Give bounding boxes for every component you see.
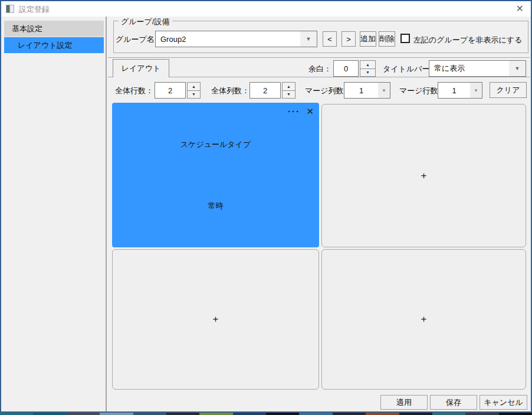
- sidebar-item-label: 基本設定: [12, 24, 42, 34]
- app-window-icon: [6, 5, 14, 13]
- group-name-combobox[interactable]: Group2 ▼: [155, 31, 317, 47]
- close-window-icon[interactable]: ✕: [516, 3, 524, 14]
- spin-up-icon[interactable]: ▲: [282, 82, 295, 91]
- hide-group-checkbox[interactable]: [400, 34, 410, 43]
- group-add-button[interactable]: 追加: [360, 31, 376, 47]
- clear-button[interactable]: クリア: [490, 82, 527, 98]
- groupbox-label: グループ/設備: [119, 17, 172, 27]
- total-cols-stepper: ▲ ▼: [282, 82, 295, 99]
- margin-stepper: ▲ ▼: [360, 60, 376, 77]
- cell-schedule-value-text: 常時: [112, 201, 319, 211]
- chevron-down-icon[interactable]: ▼: [470, 83, 482, 98]
- merge-rows-combobox[interactable]: 1 ▼: [438, 82, 482, 99]
- group-next-button[interactable]: >: [341, 31, 356, 47]
- grid-cell-empty-top-right[interactable]: +: [321, 104, 526, 247]
- add-content-icon[interactable]: +: [113, 250, 318, 389]
- spin-up-icon[interactable]: ▲: [187, 82, 201, 91]
- group-delete-button[interactable]: 削除: [379, 31, 395, 47]
- app-icon-pane: [9, 5, 14, 12]
- add-content-icon[interactable]: +: [322, 250, 526, 389]
- apply-button[interactable]: 適用: [380, 395, 428, 410]
- spin-down-icon[interactable]: ▼: [187, 91, 201, 99]
- spin-up-icon[interactable]: ▲: [360, 60, 376, 69]
- grid-cell-active[interactable]: ··· ✕ スケジュールタイプ 常時: [112, 103, 319, 247]
- save-button[interactable]: 保存: [430, 395, 477, 410]
- cell-schedule-type-text: スケジュールタイプ: [112, 139, 319, 150]
- merge-rows-value: 1: [438, 86, 470, 95]
- margin-label: 余白：: [308, 64, 331, 74]
- add-content-icon[interactable]: +: [322, 104, 526, 247]
- merge-cols-value: 1: [344, 86, 378, 95]
- hide-group-checkbox-label: 左記のグループを非表示にする: [413, 35, 522, 45]
- tab-layout-label: レイアウト: [121, 63, 161, 74]
- titlebar-mode-value: 常に表示: [429, 63, 509, 74]
- margin-input[interactable]: 0: [333, 60, 359, 77]
- titlebar[interactable]: 設定登録 ✕: [1, 1, 531, 17]
- chevron-down-icon[interactable]: ▼: [300, 31, 317, 47]
- settings-nav-sidebar: 基本設定 レイアウト設定: [1, 17, 107, 411]
- grid-cell-empty-bottom-right[interactable]: +: [321, 249, 526, 390]
- total-rows-stepper: ▲ ▼: [187, 82, 201, 99]
- total-rows-label: 全体行数：: [115, 86, 153, 96]
- spin-down-icon[interactable]: ▼: [360, 69, 376, 77]
- cancel-button[interactable]: キャンセル: [480, 395, 527, 410]
- section-separator: [108, 57, 530, 58]
- tabstrip-line: [108, 77, 530, 77]
- merge-cols-combobox[interactable]: 1 ▼: [344, 82, 390, 99]
- window-title: 設定登録: [19, 4, 50, 15]
- sidebar-item-basic-settings[interactable]: 基本設定: [4, 21, 104, 37]
- desktop-strip: [0, 413, 532, 415]
- group-name-value: Group2: [156, 35, 300, 44]
- titlebar-mode-combobox[interactable]: 常に表示 ▼: [429, 60, 526, 77]
- chevron-down-icon[interactable]: ▼: [509, 61, 526, 76]
- grid-cell-empty-bottom-left[interactable]: +: [112, 249, 319, 390]
- settings-dialog: 設定登録 ✕ 基本設定 レイアウト設定 グループ/設備 グループ名： Group…: [0, 0, 532, 413]
- sidebar-item-label: レイアウト設定: [18, 40, 73, 51]
- spin-down-icon[interactable]: ▼: [282, 91, 295, 99]
- total-cols-input[interactable]: 2: [249, 82, 281, 99]
- group-prev-button[interactable]: <: [323, 31, 337, 47]
- screen: 設定登録 ✕ 基本設定 レイアウト設定 グループ/設備 グループ名： Group…: [0, 0, 532, 415]
- layout-settings-panel: グループ/設備 グループ名： Group2 ▼ < > 追加 削除 左記のグルー…: [108, 17, 531, 411]
- cell-menu-icon[interactable]: ···: [288, 106, 300, 116]
- cell-close-icon[interactable]: ✕: [306, 106, 314, 117]
- total-rows-input[interactable]: 2: [155, 82, 186, 99]
- tab-layout[interactable]: レイアウト: [113, 59, 169, 77]
- sidebar-item-layout-settings[interactable]: レイアウト設定: [4, 37, 104, 53]
- total-cols-label: 全体列数：: [211, 86, 249, 96]
- chevron-down-icon[interactable]: ▼: [378, 83, 390, 98]
